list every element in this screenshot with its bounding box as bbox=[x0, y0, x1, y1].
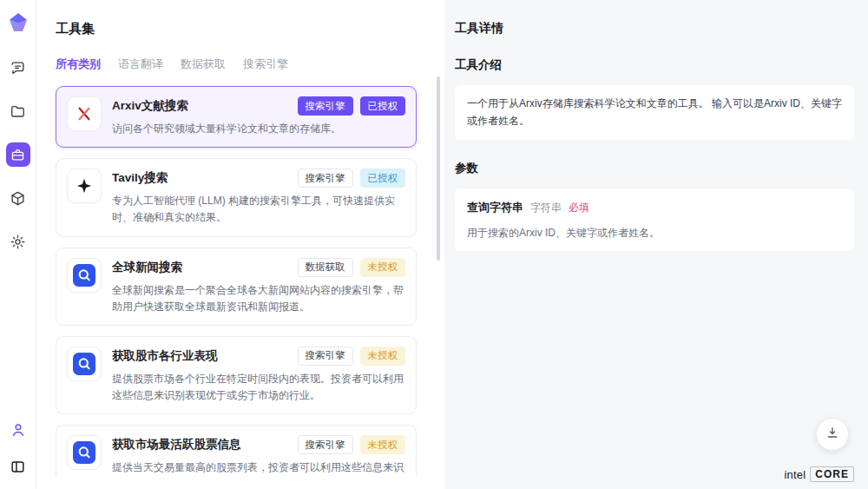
tool-status-badge: 已授权 bbox=[360, 96, 406, 116]
toolset-title: 工具集 bbox=[36, 0, 444, 37]
tool-title: 全球新闻搜索 bbox=[112, 260, 291, 275]
app-logo bbox=[8, 12, 29, 33]
tool-details-panel: 工具详情 工具介绍 一个用于从Arxiv存储库搜索科学论文和文章的工具。 输入可… bbox=[444, 0, 868, 489]
tool-title: 获取股市各行业表现 bbox=[112, 348, 291, 364]
tool-card[interactable]: Tavily搜索 搜索引擎 已授权 专为人工智能代理 (LLM) 构建的搜索引擎… bbox=[56, 158, 417, 236]
tab-2[interactable]: 数据获取 bbox=[181, 56, 226, 72]
folder-icon[interactable] bbox=[6, 99, 30, 123]
tool-intro-text: 一个用于从Arxiv存储库搜索科学论文和文章的工具。 输入可以是Arxiv ID… bbox=[455, 85, 854, 140]
intel-product-text: CORE bbox=[810, 466, 854, 482]
tool-status-badge: 未授权 bbox=[360, 435, 406, 454]
tool-description: 提供当天交易量最高的股票列表，投资者可以利用这些信息来识别流动性强的股票和潜在的… bbox=[112, 459, 405, 477]
tool-category-badge: 搜索引擎 bbox=[298, 169, 353, 188]
toolset-panel: 工具集 所有类别语言翻译数据获取搜索引擎 Arxiv文献搜索 搜索引擎 已授权 … bbox=[36, 0, 444, 489]
tab-0[interactable]: 所有类别 bbox=[56, 56, 101, 72]
param-type: 字符串 bbox=[530, 199, 562, 216]
tab-1[interactable]: 语言翻译 bbox=[118, 56, 163, 72]
tool-category-badge: 搜索引擎 bbox=[298, 96, 353, 116]
tool-title: Arxiv文献搜索 bbox=[112, 98, 291, 114]
tool-status-badge: 未授权 bbox=[360, 258, 406, 277]
stock-sector-icon bbox=[67, 347, 102, 381]
tool-category-badge: 搜索引擎 bbox=[298, 435, 353, 454]
tool-status-badge: 未授权 bbox=[360, 347, 406, 366]
tool-card[interactable]: Arxiv文献搜索 搜索引擎 已授权 访问各个研究领域大量科学论文和文章的存储库… bbox=[56, 86, 417, 148]
active-stock-icon bbox=[67, 435, 102, 470]
param-description: 用于搜索的Arxiv ID、关键字或作者姓名。 bbox=[467, 224, 842, 241]
user-avatar-icon[interactable] bbox=[6, 418, 30, 442]
category-tabs: 所有类别语言翻译数据获取搜索引擎 bbox=[36, 37, 444, 84]
tool-title: Tavily搜索 bbox=[112, 170, 291, 186]
download-button[interactable] bbox=[816, 418, 849, 451]
tool-status-badge: 已授权 bbox=[360, 169, 406, 188]
arxiv-icon bbox=[67, 96, 102, 131]
tool-description: 专为人工智能代理 (LLM) 构建的搜索引擎工具，可快速提供实时、准确和真实的结… bbox=[112, 193, 405, 226]
package-icon[interactable] bbox=[6, 186, 30, 210]
app-root: 工具集 所有类别语言翻译数据获取搜索引擎 Arxiv文献搜索 搜索引擎 已授权 … bbox=[0, 0, 868, 489]
tab-3[interactable]: 搜索引擎 bbox=[243, 56, 288, 72]
tools-nav-icon[interactable] bbox=[6, 142, 30, 167]
panel-toggle-icon[interactable] bbox=[6, 454, 30, 479]
intel-core-logo: intel CORE bbox=[784, 466, 854, 482]
tool-category-badge: 搜索引擎 bbox=[298, 347, 353, 366]
news-search-icon bbox=[67, 258, 102, 293]
chat-icon[interactable] bbox=[6, 56, 30, 80]
tool-card[interactable]: 全球新闻搜索 数据获取 未授权 全球新闻搜索是一个聚合全球各大新闻网站内容的搜索… bbox=[56, 248, 417, 326]
scrollbar-thumb[interactable] bbox=[437, 76, 440, 261]
tavily-icon bbox=[67, 169, 102, 203]
sidebar bbox=[0, 0, 36, 489]
intro-heading: 工具介绍 bbox=[455, 57, 854, 73]
tool-list: Arxiv文献搜索 搜索引擎 已授权 访问各个研究领域大量科学论文和文章的存储库… bbox=[36, 84, 444, 477]
param-card: 查询字符串 字符串 必填 用于搜索的Arxiv ID、关键字或作者姓名。 bbox=[455, 188, 854, 251]
tool-card[interactable]: 获取市场最活跃股票信息 搜索引擎 未授权 提供当天交易量最高的股票列表，投资者可… bbox=[56, 425, 417, 477]
tool-card[interactable]: 获取股市各行业表现 搜索引擎 未授权 提供股票市场各个行业在特定时间段内的表现。… bbox=[56, 336, 417, 414]
tool-category-badge: 数据获取 bbox=[298, 258, 353, 277]
download-icon bbox=[825, 426, 839, 443]
tool-description: 全球新闻搜索是一个聚合全球各大新闻网站内容的搜索引擎，帮助用户快速获取全球最新资… bbox=[112, 282, 405, 315]
params-heading: 参数 bbox=[455, 161, 854, 176]
details-title: 工具详情 bbox=[455, 21, 854, 36]
tool-title: 获取市场最活跃股票信息 bbox=[112, 437, 291, 453]
param-required-badge: 必填 bbox=[569, 199, 589, 216]
tool-description: 访问各个研究领域大量科学论文和文章的存储库。 bbox=[112, 121, 405, 137]
intel-brand-text: intel bbox=[784, 468, 806, 481]
param-name: 查询字符串 bbox=[467, 198, 523, 217]
settings-gear-icon[interactable] bbox=[6, 229, 30, 254]
tool-description: 提供股票市场各个行业在特定时间段内的表现。投资者可以利用这些信息来识别表现优于或… bbox=[112, 371, 405, 404]
